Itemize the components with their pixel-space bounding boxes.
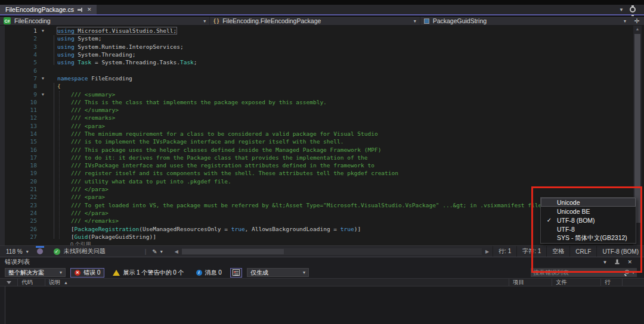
- code-line[interactable]: 5using Task = System.Threading.Tasks.Tas…: [0, 58, 633, 66]
- code-line[interactable]: 12 /// <remarks>: [0, 114, 633, 122]
- line-number: 5: [0, 59, 37, 66]
- code-line[interactable]: 15 /// is to implement the IVsPackage in…: [0, 138, 633, 145]
- search-icon[interactable]: [624, 270, 630, 275]
- scroll-up-icon[interactable]: ▲: [633, 27, 642, 31]
- horizontal-scrollbar[interactable]: [182, 248, 482, 255]
- vertical-scrollbar-thumb[interactable]: [634, 34, 640, 223]
- code-line[interactable]: 8{: [0, 82, 633, 90]
- code-line[interactable]: 21 /// </para>: [0, 185, 633, 193]
- code-health-indicator[interactable]: ✓ 未找到相关问题: [54, 247, 106, 256]
- scope-filter-select[interactable]: 整个解决方案 ▾: [5, 268, 66, 277]
- code-line[interactable]: 1▼using Microsoft.VisualStudio.Shell;: [0, 27, 633, 35]
- tab-file-encoding-package[interactable]: FileEncodingPackage.cs ✕: [0, 5, 97, 14]
- error-list-content[interactable]: [5, 286, 644, 324]
- header-code[interactable]: 代码: [18, 279, 45, 286]
- search-input[interactable]: [533, 269, 624, 276]
- line-number: 14: [0, 130, 37, 137]
- errors-count-label: 错误 0: [83, 269, 100, 277]
- error-list-search[interactable]: ▾: [531, 268, 637, 277]
- zoom-level-value: 118 %: [6, 248, 23, 255]
- fold-collapse-icon[interactable]: ▼: [37, 92, 49, 96]
- zoom-level-select[interactable]: 118 % ▾: [0, 248, 32, 255]
- header-project[interactable]: 项目: [509, 279, 552, 286]
- window-position-icon[interactable]: ▼: [603, 260, 608, 265]
- code-text: using Task = System.Threading.Tasks.Task…: [49, 59, 197, 66]
- pin-icon[interactable]: [78, 7, 83, 13]
- code-line[interactable]: 23 /// To get loaded into VS, the packag…: [0, 201, 633, 209]
- settings-gear-icon[interactable]: [630, 7, 636, 13]
- project-dropdown[interactable]: C# FileEncoding ▾: [0, 17, 210, 25]
- code-line[interactable]: 14 /// The minimum requirement for a cla…: [0, 130, 633, 138]
- errors-toggle-button[interactable]: ✕ 错误 0: [70, 268, 104, 278]
- code-line[interactable]: 6: [0, 66, 633, 74]
- code-line[interactable]: 25 /// </remarks>: [0, 217, 633, 225]
- scroll-right-icon[interactable]: ▶: [482, 249, 493, 254]
- editor-status-bar: 118 % ▾ ✓ 未找到相关问题 | ✎ ▾ ◀ ▶ 行: 1 字符: 1 空…: [0, 245, 644, 257]
- columns-options-button[interactable]: [230, 268, 242, 278]
- type-dropdown-label: FileEncoding.FileEncodingPackage: [222, 17, 321, 24]
- divider: |: [145, 248, 147, 255]
- chevron-down-icon: ▾: [26, 249, 29, 254]
- encoding-menu-item[interactable]: SYS - 简体中文(GB2312): [541, 233, 636, 243]
- document-well-dropdown-icon[interactable]: ▼: [619, 7, 624, 13]
- code-line[interactable]: 4using System.Threading;: [0, 51, 633, 58]
- char-indicator[interactable]: 字符: 1: [516, 246, 546, 257]
- code-line[interactable]: 7▼namespace FileEncoding: [0, 74, 633, 82]
- code-line[interactable]: 10 /// This is the class that implements…: [0, 98, 633, 106]
- health-check-icon: ✓: [54, 248, 60, 255]
- type-dropdown[interactable]: { } FileEncoding.FileEncodingPackage ▾: [210, 17, 420, 25]
- horizontal-scrollbar-thumb[interactable]: [182, 249, 284, 254]
- header-description[interactable]: 说明▲: [45, 279, 509, 286]
- code-line[interactable]: 11 /// </summary>: [0, 106, 633, 114]
- code-line[interactable]: 3using System.Runtime.InteropServices;: [0, 43, 633, 51]
- build-filter-select[interactable]: 仅生成 ▾: [247, 268, 309, 277]
- scope-filter-value: 整个解决方案: [8, 269, 44, 277]
- chevron-down-icon[interactable]: ▾: [632, 270, 634, 275]
- chevron-down-icon: ▾: [203, 18, 206, 24]
- fold-collapse-icon[interactable]: ▼: [37, 76, 49, 80]
- messages-toggle-button[interactable]: i 消息 0: [193, 268, 225, 278]
- encoding-indicator[interactable]: UTF-8 (BOM): [596, 246, 644, 257]
- code-line[interactable]: 19 /// register itself and its component…: [0, 169, 633, 177]
- encoding-menu-item[interactable]: Unicode BE: [541, 207, 636, 216]
- close-icon[interactable]: ✕: [627, 259, 632, 265]
- scroll-left-icon[interactable]: ◀: [171, 249, 182, 254]
- encoding-menu-item[interactable]: ✓UTF-8 (BOM): [541, 216, 636, 225]
- spaces-indicator[interactable]: 空格: [546, 246, 569, 257]
- codelens-references[interactable]: 0 个引用: [0, 241, 633, 245]
- pin-icon[interactable]: [615, 259, 620, 265]
- eol-indicator[interactable]: CRLF: [569, 246, 596, 257]
- code-text: using System.Runtime.InteropServices;: [49, 43, 184, 50]
- code-line[interactable]: 26 [PackageRegistration(UseManagedResour…: [0, 225, 633, 232]
- member-dropdown[interactable]: PackageGuidString ▾: [420, 17, 630, 25]
- header-file[interactable]: 文件: [552, 279, 601, 286]
- fold-collapse-icon[interactable]: ▼: [37, 29, 49, 33]
- code-line[interactable]: 20 /// utility what data to put into .pk…: [0, 177, 633, 185]
- responsiveness-icon[interactable]: [37, 248, 43, 254]
- encoding-menu-item[interactable]: UTF-8: [541, 225, 636, 233]
- header-line[interactable]: 行: [601, 279, 623, 286]
- split-window-icon[interactable]: ✛: [634, 17, 639, 25]
- header-filter-cell[interactable]: [0, 279, 18, 286]
- code-line[interactable]: 17 /// to do it: it derives from the Pac…: [0, 154, 633, 161]
- code-text: /// This is the class that implements th…: [49, 99, 327, 105]
- code-text: [49, 67, 57, 74]
- code-line[interactable]: 16 /// This package uses the helper clas…: [0, 145, 633, 153]
- line-number: 1: [0, 27, 37, 34]
- encoding-menu-item[interactable]: Unicode: [541, 198, 636, 207]
- code-cleanup-button[interactable]: ✎ ▾: [152, 248, 162, 255]
- warnings-toggle-button[interactable]: 展示 1 个警告中的 0 个: [109, 268, 187, 278]
- line-indicator[interactable]: 行: 1: [493, 246, 516, 257]
- code-line[interactable]: 13 /// <para>: [0, 122, 633, 130]
- code-line[interactable]: 24 /// </para>: [0, 209, 633, 217]
- line-number: 20: [0, 178, 37, 185]
- code-line[interactable]: 18 /// IVsPackage interface and uses the…: [0, 161, 633, 169]
- line-number: 18: [0, 162, 37, 169]
- close-icon[interactable]: ✕: [87, 7, 92, 13]
- build-filter-value: 仅生成: [250, 269, 268, 277]
- code-line[interactable]: 9▼ /// <summary>: [0, 90, 633, 98]
- code-line[interactable]: 2using System;: [0, 35, 633, 42]
- code-line[interactable]: 27 [Guid(PackageGuidString)]: [0, 233, 633, 241]
- info-icon: i: [196, 270, 202, 276]
- code-line[interactable]: 22 /// <para>: [0, 193, 633, 201]
